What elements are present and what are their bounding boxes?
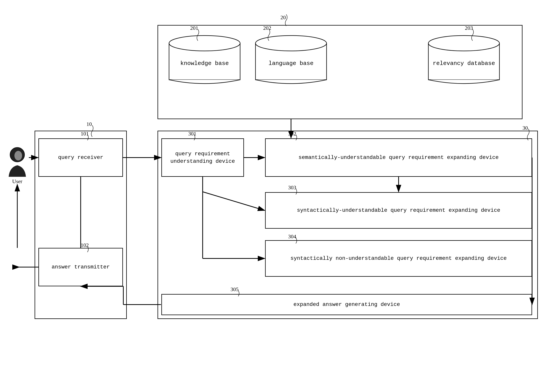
query-receiver-box: query receiver bbox=[38, 138, 123, 177]
syntactic-expanding-label: syntactically-understandable query requi… bbox=[297, 207, 500, 214]
language-base-cylinder: language base bbox=[254, 34, 328, 87]
expanded-answer-label: expanded answer generating device bbox=[294, 301, 400, 308]
answer-transmitter-label: answer transmitter bbox=[52, 263, 110, 271]
ref-201: 201 bbox=[190, 25, 198, 31]
syntactic-non-expanding-label: syntactically non-understandable query r… bbox=[290, 255, 507, 262]
svg-point-5 bbox=[428, 36, 499, 51]
relevancy-database-cylinder: relevancy database bbox=[426, 34, 501, 87]
expanded-answer-box: expanded answer generating device bbox=[161, 294, 532, 315]
semantic-expanding-label: semantically-understandable query requir… bbox=[299, 154, 499, 161]
language-base-label: language base bbox=[269, 59, 313, 67]
syntactic-expanding-box: syntactically-understandable query requi… bbox=[265, 192, 532, 229]
knowledge-base-label: knowledge base bbox=[180, 59, 229, 67]
ref-301: 301 bbox=[188, 131, 196, 137]
syntactic-non-expanding-box: syntactically non-understandable query r… bbox=[265, 240, 532, 277]
query-req-understanding-label: query requirement understanding device bbox=[162, 150, 243, 165]
ref-302: 302 bbox=[288, 131, 296, 137]
knowledge-base-cylinder: knowledge base bbox=[167, 34, 242, 87]
svg-point-1 bbox=[169, 36, 240, 51]
semantic-expanding-box: semantically-understandable query requir… bbox=[265, 138, 532, 177]
ref-202: 202 bbox=[263, 25, 271, 31]
ref-10: 10 bbox=[86, 121, 92, 127]
ref-102: 102 bbox=[81, 242, 89, 248]
ref-304: 304 bbox=[288, 233, 296, 240]
answer-transmitter-box: answer transmitter bbox=[38, 248, 123, 286]
svg-point-7 bbox=[14, 151, 22, 160]
user-label: User bbox=[12, 178, 23, 184]
user-figure: User bbox=[6, 146, 29, 184]
ref-305: 305 bbox=[231, 286, 239, 292]
ref-303: 303 bbox=[288, 184, 296, 191]
ref-101: 101 bbox=[81, 131, 89, 137]
ref-203: 203 bbox=[465, 25, 473, 31]
ref-20: 20 bbox=[280, 14, 286, 21]
relevancy-database-label: relevancy database bbox=[433, 59, 495, 67]
ref-30: 30 bbox=[522, 125, 528, 131]
svg-point-3 bbox=[255, 36, 326, 51]
query-req-understanding-box: query requirement understanding device bbox=[161, 138, 244, 177]
query-receiver-label: query receiver bbox=[58, 154, 103, 161]
